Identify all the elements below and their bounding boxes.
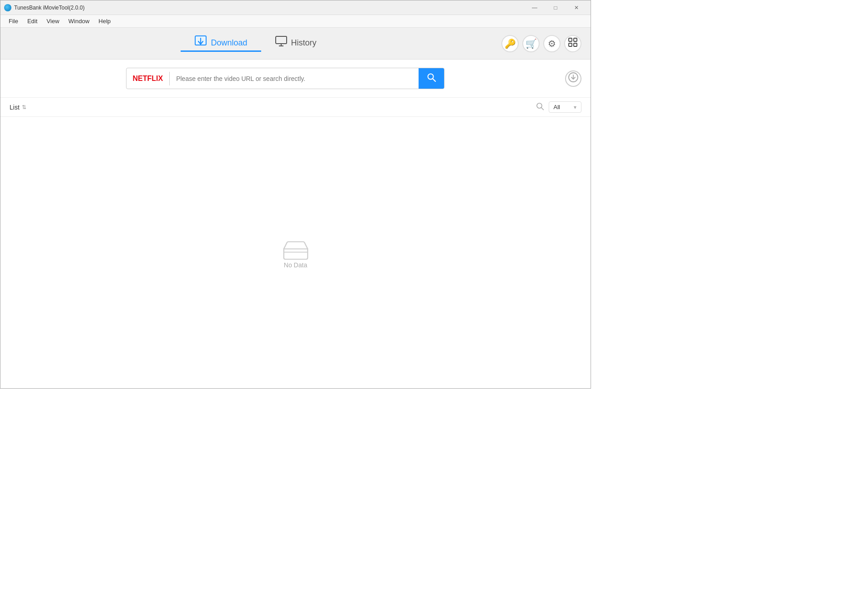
grid-icon: [568, 38, 577, 49]
list-label-text: List: [10, 104, 20, 111]
tab-history-label: History: [291, 38, 317, 48]
settings-button[interactable]: ⚙: [543, 35, 561, 52]
monitor-icon: [275, 35, 288, 50]
netflix-badge[interactable]: NETFLIX: [126, 72, 170, 85]
main-content: No Data: [0, 117, 591, 388]
search-icon: [427, 73, 436, 84]
circle-download-icon: [568, 72, 579, 85]
key-icon: 🔑: [505, 38, 516, 49]
app-icon: [4, 4, 11, 11]
listbar-right: All ▾: [536, 101, 581, 113]
svg-rect-6: [574, 38, 577, 41]
svg-rect-5: [569, 38, 572, 41]
titlebar: TunesBank iMovieTool(2.0.0) — □ ✕: [0, 0, 591, 15]
sort-icon: ⇅: [22, 104, 26, 110]
list-sort-button[interactable]: List ⇅: [10, 104, 26, 111]
search-container: NETFLIX: [126, 68, 445, 89]
quick-download-button[interactable]: [565, 70, 581, 87]
titlebar-controls: — □ ✕: [524, 0, 587, 15]
toolbar-tabs: Download History: [181, 35, 330, 52]
menubar: File Edit View Window Help: [0, 15, 591, 28]
searchbar: NETFLIX: [0, 60, 591, 98]
no-data-container: No Data: [280, 236, 312, 269]
maximize-button[interactable]: □: [545, 0, 566, 15]
no-data-icon: [280, 236, 312, 261]
tab-history[interactable]: History: [261, 35, 330, 51]
svg-rect-7: [569, 43, 572, 46]
minimize-button[interactable]: —: [524, 0, 545, 15]
key-button[interactable]: 🔑: [501, 35, 519, 52]
cart-button[interactable]: 🛒: [522, 35, 540, 52]
toolbar-actions: 🔑 🛒 ⚙: [501, 35, 581, 52]
titlebar-left: TunesBank iMovieTool(2.0.0): [4, 4, 85, 11]
menu-edit[interactable]: Edit: [23, 16, 42, 26]
cart-icon: 🛒: [525, 38, 537, 49]
download-icon: [194, 35, 207, 50]
svg-rect-2: [276, 36, 287, 44]
app-title: TunesBank iMovieTool(2.0.0): [14, 5, 85, 11]
menu-view[interactable]: View: [42, 16, 64, 26]
tab-download-label: Download: [211, 38, 247, 48]
search-input[interactable]: [170, 70, 418, 87]
search-button[interactable]: [419, 68, 444, 89]
menu-help[interactable]: Help: [94, 16, 116, 26]
toolbar: Download History 🔑 🛒 ⚙: [0, 28, 591, 60]
menu-window[interactable]: Window: [64, 16, 94, 26]
grid-button[interactable]: [564, 35, 581, 52]
close-button[interactable]: ✕: [566, 0, 587, 15]
chevron-down-icon: ▾: [574, 104, 576, 110]
filter-selected-label: All: [554, 104, 560, 110]
no-data-label: No Data: [284, 261, 307, 269]
svg-line-10: [433, 79, 435, 81]
menu-file[interactable]: File: [4, 16, 23, 26]
listbar: List ⇅ All ▾: [0, 98, 591, 117]
list-search-icon[interactable]: [536, 102, 544, 112]
filter-dropdown[interactable]: All ▾: [549, 101, 581, 113]
svg-line-14: [541, 107, 543, 110]
gear-icon: ⚙: [548, 38, 556, 49]
svg-rect-8: [574, 43, 577, 46]
tab-download[interactable]: Download: [181, 35, 261, 52]
